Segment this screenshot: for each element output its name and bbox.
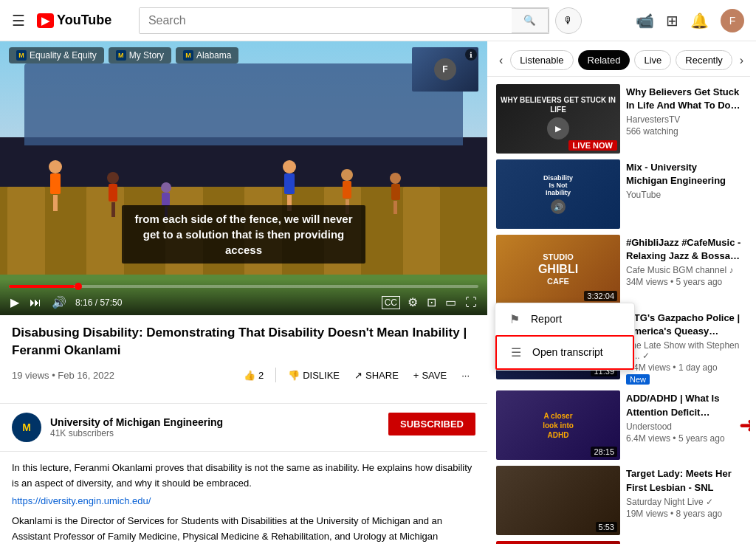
related-item[interactable]: WHY BELIEVERS GET STUCK IN LIFE ▶ LIVE N… [487, 81, 750, 156]
context-menu-report[interactable]: ⚑ Report [495, 303, 634, 335]
progress-dot [75, 283, 82, 290]
related-views: 1.4M views • 1 day ago [626, 362, 741, 373]
channel-details: University of Michigan Engineering 41K s… [50, 416, 223, 438]
related-title: ADD/ADHD | What Is Attention Deficit Hyp… [626, 392, 741, 419]
progress-bar[interactable] [9, 285, 478, 288]
volume-button[interactable]: 🔊 [50, 294, 68, 311]
video-player-wrapper: from each side of the fence, we will nev… [0, 41, 487, 315]
related-item[interactable]: 5:53 Target Lady: Meets Her First Lesbia… [487, 463, 750, 538]
related-info: ADD/ADHD | What Is Attention Deficit Hyp… [626, 390, 741, 460]
m-logo-icon3: M [183, 50, 193, 61]
info-badge-icon: ℹ [465, 49, 477, 61]
youtube-text: YouTube [57, 13, 111, 28]
related-title: Target Lady: Meets Her First Lesbian - S… [626, 467, 741, 494]
avatar[interactable]: F [721, 9, 744, 32]
related-channel: YouTube [626, 190, 741, 200]
mic-button[interactable]: 🎙 [555, 7, 582, 34]
arrow-indicator: ➜ [739, 413, 750, 438]
search-input[interactable] [140, 8, 512, 33]
live-badge: LIVE NOW [568, 140, 617, 151]
subtitles-button[interactable]: CC [382, 296, 400, 309]
new-badge: New [626, 374, 650, 385]
video-duration: 3:32:04 [584, 291, 617, 301]
description-area: In this lecture, Feranmi Okanlami proves… [0, 452, 487, 544]
sidebar-tabs: ‹ Listenable Related Live Recently › [487, 47, 750, 77]
tab-next-arrow[interactable]: › [737, 52, 746, 69]
related-channel: Understood [626, 421, 741, 432]
settings-button[interactable]: ⚙ [406, 294, 419, 311]
description-link-1[interactable]: https://diversity.engin.umich.edu/ [12, 495, 475, 506]
related-thumb: STUDIOGHIBLICAFE 3:32:04 [496, 235, 620, 304]
fullscreen-button[interactable]: ⛶ [464, 295, 478, 311]
subscribe-button[interactable]: SUBSCRIBED [388, 413, 475, 435]
tab-live[interactable]: Live [634, 50, 671, 70]
related-info: MTG's Gazpacho Police | America's Queasy… [626, 310, 741, 385]
video-caption: from each side of the fence, we will nev… [122, 205, 365, 264]
header-left: ☰ ▶ YouTube [12, 12, 111, 30]
progress-fill [9, 285, 75, 288]
search-icon: 🔍 [523, 15, 536, 26]
create-icon[interactable]: 📹 [636, 12, 654, 30]
related-views: 19M views • 8 years ago [626, 509, 741, 519]
related-channel: HarvestersTV [626, 114, 741, 125]
controls-row: ▶ ⏭ 🔊 8:16 / 57:50 CC ⚙ ⊡ ▭ ⛶ [9, 294, 478, 311]
miniplayer-button[interactable]: ⊡ [425, 294, 438, 311]
video-duration: 5:53 [596, 522, 617, 532]
tab-recently[interactable]: Recently [676, 50, 732, 70]
tab-listenable[interactable]: Listenable [510, 50, 573, 70]
action-divider [275, 368, 276, 382]
sidebar: ‹ Listenable Related Live Recently › WHY… [487, 41, 750, 544]
dislike-button[interactable]: 👎 DISLIKE [282, 365, 346, 385]
video-actions: 👍 2 👎 DISLIKE ↗ SHARE + SAVE [238, 365, 475, 385]
related-info: Why Believers Get Stuck In Life And What… [626, 84, 741, 154]
tab-related[interactable]: Related [578, 50, 630, 70]
video-top-bar: M Equality & Equity M My Story M Alabama [0, 41, 487, 97]
related-item[interactable]: SNL 8:37 Ingraham Angle Cold Open - SNL … [487, 538, 750, 544]
related-item[interactable]: STUDIOGHIBLICAFE 3:32:04 #GhibliJazz #Ca… [487, 232, 750, 307]
save-button[interactable]: + SAVE [408, 365, 453, 385]
chapter-label-equity: Equality & Equity [30, 50, 97, 61]
related-info: Target Lady: Meets Her First Lesbian - S… [626, 466, 741, 535]
context-menu-transcript[interactable]: ☰ Open transcript [495, 335, 634, 370]
like-button[interactable]: 👍 2 [238, 365, 269, 385]
related-info: Ingraham Angle Cold Open - SNL Saturday … [626, 541, 741, 544]
next-button[interactable]: ⏭ [28, 295, 43, 311]
video-title: Disabusing Disability: Demonstrating Tha… [12, 324, 475, 359]
menu-icon[interactable]: ☰ [12, 12, 25, 30]
channel-avatar[interactable]: M [12, 413, 41, 442]
apps-icon[interactable]: ⊞ [666, 12, 678, 30]
video-duration: 28:15 [591, 447, 617, 457]
theater-button[interactable]: ▭ [444, 294, 458, 311]
mic-icon: 🎙 [563, 15, 573, 26]
play-button[interactable]: ▶ [9, 294, 21, 311]
corner-thumbnail[interactable]: F ℹ [412, 47, 478, 92]
related-info: Mix - University Michigan Engineering Yo… [626, 159, 741, 229]
thumbs-up-icon: 👍 [244, 370, 255, 381]
chapter-btn-equity[interactable]: M Equality & Equity [9, 47, 104, 63]
related-thumb: WHY BELIEVERS GET STUCK IN LIFE ▶ LIVE N… [496, 84, 620, 154]
tab-prev-arrow[interactable]: ‹ [496, 52, 506, 69]
main-layout: from each side of the fence, we will nev… [0, 41, 756, 544]
more-icon: ··· [461, 370, 470, 381]
m-logo-icon2: M [116, 50, 126, 61]
more-button[interactable]: ··· [456, 365, 475, 385]
related-info: #GhibliJazz #CafeMusic - Relaxing Jazz &… [626, 235, 741, 304]
related-thumb: DisabilityIs NotInability 🔊 [496, 159, 620, 229]
related-thumb: 5:53 [496, 466, 620, 535]
search-button[interactable]: 🔍 [512, 8, 549, 33]
related-item[interactable]: A closerlook intoADHD 28:15 ADD/ADHD | W… [487, 388, 750, 463]
video-player[interactable]: from each side of the fence, we will nev… [0, 41, 487, 315]
search-bar: 🔍 [139, 7, 549, 34]
youtube-logo[interactable]: ▶ YouTube [37, 13, 111, 28]
video-controls: ▶ ⏭ 🔊 8:16 / 57:50 CC ⚙ ⊡ ▭ ⛶ [0, 279, 487, 315]
share-button[interactable]: ↗ SHARE [348, 365, 405, 385]
chapter-btn-mystory[interactable]: M My Story [109, 47, 171, 63]
bell-icon[interactable]: 🔔 [690, 12, 709, 30]
description-text-1: In this lecture, Feranmi Okanlami proves… [12, 461, 475, 492]
video-meta-row: 19 views • Feb 16, 2022 👍 2 👎 DISLIKE ↗ … [12, 365, 475, 385]
report-label: Report [531, 313, 562, 325]
chapter-btn-alabama[interactable]: M Alabama [176, 47, 238, 63]
related-item[interactable]: DisabilityIs NotInability 🔊 Mix - Univer… [487, 156, 750, 232]
channel-row: M University of Michigan Engineering 41K… [0, 403, 487, 452]
description-text-2: Okanlami is the Director of Services for… [12, 514, 475, 544]
